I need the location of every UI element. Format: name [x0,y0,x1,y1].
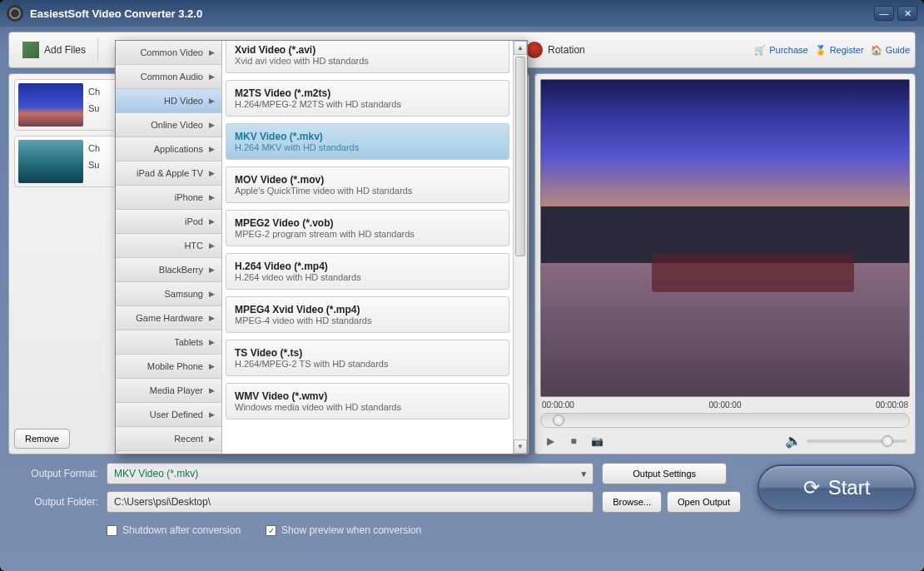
chevron-right-icon: ▶ [209,217,215,226]
category-label: Common Audio [141,72,203,82]
category-item[interactable]: Recent▶ [116,427,221,451]
chevron-right-icon: ▶ [209,386,215,395]
chevron-right-icon: ▶ [209,72,215,81]
format-title: MPEG4 Xvid Video (*.mp4) [235,304,500,315]
chevron-right-icon: ▶ [209,338,215,346]
toolbar-separator [97,38,98,62]
category-item[interactable]: iPad & Apple TV▶ [116,161,221,186]
category-item[interactable]: HTC▶ [116,234,221,258]
chevron-right-icon: ▶ [209,410,215,419]
category-item[interactable]: Samsung▶ [116,282,221,306]
category-item[interactable]: Online Video▶ [116,113,221,137]
scroll-up-button[interactable]: ▲ [514,41,527,55]
app-icon [7,5,23,22]
format-item[interactable]: TS Video (*.ts)H.264/MPEG-2 TS with HD s… [226,340,509,376]
remove-button[interactable]: Remove [14,429,70,449]
snapshot-button[interactable]: 📷 [590,434,604,448]
format-title: WMV Video (*.wmv) [235,390,500,402]
category-column: Common Video▶Common Audio▶HD Video▶Onlin… [116,41,222,454]
format-dropdown-menu: Common Video▶Common Audio▶HD Video▶Onlin… [115,40,528,454]
category-item[interactable]: BlackBerry▶ [116,258,221,282]
format-item[interactable]: MPEG4 Xvid Video (*.mp4)MPEG-4 video wit… [226,296,509,333]
category-item[interactable]: Game Hardware▶ [116,306,221,330]
register-link[interactable]: 🏅 Register [815,45,864,56]
scroll-thumb[interactable] [515,57,525,256]
format-item[interactable]: MPEG2 Video (*.vob)MPEG-2 program stream… [226,210,509,246]
category-label: Tablets [174,337,203,347]
preview-shape [652,254,854,292]
output-format-dropdown[interactable]: MKV Video (*.mkv) ▼ [107,463,594,484]
play-button[interactable]: ▶ [544,434,557,448]
volume-handle[interactable] [882,435,893,447]
format-item[interactable]: WMV Video (*.wmv)Windows media video wit… [226,383,509,420]
format-item[interactable]: MKV Video (*.mkv)H.264 MKV with HD stand… [226,123,509,160]
preview-image [540,79,910,397]
category-label: HTC [184,241,203,251]
toolbar-right: 🛒 Purchase 🏅 Register 🏠 Guide [754,45,910,56]
output-settings-button[interactable]: Output Settings [602,463,727,484]
register-label: Register [830,45,864,55]
file-thumbnail [18,83,83,127]
format-desc: MPEG-4 video with HD standards [235,315,500,325]
window-controls: — ✕ [874,6,917,21]
category-label: Media Player [150,385,203,395]
category-item[interactable]: Common Video▶ [116,41,221,65]
seek-bar[interactable] [540,413,910,428]
start-label: Start [828,476,871,499]
close-button[interactable]: ✕ [897,6,917,21]
scrollbar[interactable]: ▲ ▼ [513,41,527,454]
chevron-right-icon: ▶ [209,121,215,129]
category-label: Samsung [165,289,203,299]
add-files-button[interactable]: Add Files [14,37,94,63]
checkbox-icon [107,525,117,536]
titlebar: EasiestSoft Video Converter 3.2.0 — ✕ [0,0,924,27]
format-desc: H.264 MKV with HD standards [235,142,500,152]
start-button[interactable]: ⟳ Start [758,464,916,511]
chevron-down-icon: ▼ [579,469,588,479]
time-start: 00:00:00 [542,400,574,410]
category-label: iPad & Apple TV [137,168,203,178]
format-item[interactable]: MOV Video (*.mov)Apple's QuickTime video… [226,166,509,203]
register-icon: 🏅 [815,45,827,56]
category-item[interactable]: iPod▶ [116,210,221,234]
category-item[interactable]: Applications▶ [116,137,221,161]
category-label: Common Video [140,47,203,57]
shutdown-checkbox[interactable]: Shutdown after conversion [107,524,241,536]
rotation-button[interactable]: Rotation [518,37,594,63]
stop-button[interactable]: ■ [567,434,580,448]
category-item[interactable]: Media Player▶ [116,379,221,403]
chevron-right-icon: ▶ [209,362,215,370]
purchase-link[interactable]: 🛒 Purchase [754,45,807,56]
window-title: EasiestSoft Video Converter 3.2.0 [30,7,874,20]
format-item[interactable]: M2TS Video (*.m2ts)H.264/MPEG-2 M2TS wit… [226,80,509,117]
format-desc: H.264/MPEG-2 TS with HD standards [235,359,500,369]
start-area: ⟳ Start [749,464,916,511]
format-item[interactable]: H.264 Video (*.mp4)H.264 video with HD s… [226,253,509,290]
rotation-icon [526,42,543,58]
guide-link[interactable]: 🏠 Guide [871,45,910,56]
category-item[interactable]: iPhone▶ [116,186,221,210]
output-folder-field[interactable]: C:\Users\psi\Desktop\ [107,491,594,513]
format-title: MOV Video (*.mov) [235,174,500,186]
preview-checkbox[interactable]: ✓ Show preview when conversion [266,524,421,536]
category-item[interactable]: Mobile Phone▶ [116,355,221,379]
add-files-label: Add Files [44,44,86,56]
format-title: M2TS Video (*.m2ts) [235,87,500,99]
category-item[interactable]: Common Audio▶ [116,65,221,89]
output-format-label: Output Format: [8,468,98,479]
seek-handle[interactable] [553,415,564,426]
format-title: Xvid Video (*.avi) [235,44,500,56]
format-item[interactable]: Xvid Video (*.avi)Xvid avi video with HD… [226,41,509,73]
browse-button[interactable]: Browse... [602,491,662,513]
shutdown-label: Shutdown after conversion [122,524,241,536]
open-output-button[interactable]: Open Output [667,491,741,513]
category-item[interactable]: HD Video▶ [116,89,221,113]
category-item[interactable]: Tablets▶ [116,330,221,355]
minimize-button[interactable]: — [874,6,894,21]
scroll-down-button[interactable]: ▼ [514,439,527,454]
format-title: H.264 Video (*.mp4) [235,261,500,272]
category-item[interactable]: User Defined▶ [116,403,221,427]
volume-slider[interactable] [807,439,907,443]
output-folder-label: Output Folder: [8,496,98,508]
format-desc: H.264/MPEG-2 M2TS with HD standards [235,99,500,109]
